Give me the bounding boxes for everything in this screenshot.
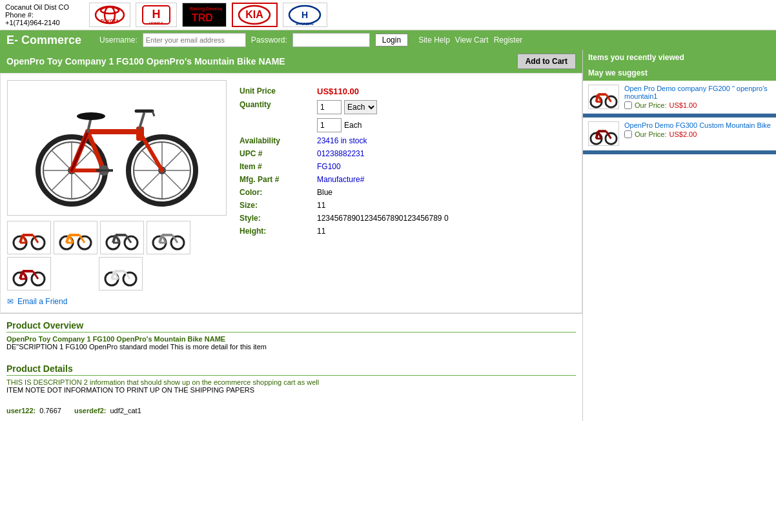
user-field-2: userdef2: udf2_cat1 <box>74 407 141 414</box>
overview-heading: Product Overview <box>6 320 576 332</box>
product-details-right: Unit Price US$110.00 Quantity Each Box C… <box>233 80 575 306</box>
suggestion-checkbox-2[interactable] <box>624 130 632 138</box>
style-label: Style: <box>240 214 317 223</box>
svg-point-37 <box>77 112 105 120</box>
suggestion-checkbox-1[interactable] <box>624 101 632 109</box>
thumbnail-6[interactable] <box>99 257 143 291</box>
kia-logo: KIA <box>232 3 278 27</box>
password-input[interactable] <box>292 33 370 47</box>
honda-logo: H HONDA <box>136 3 177 27</box>
thumbnail-2[interactable] <box>54 221 97 254</box>
availability-value: 23416 in stock <box>317 136 367 145</box>
svg-rect-43 <box>96 169 101 172</box>
quantity-unit-select[interactable]: Each Box Case <box>344 100 377 114</box>
mfg-row: Mfg. Part # Manufacture# <box>240 175 575 184</box>
height-label: Height: <box>240 227 317 236</box>
thumbnail-4[interactable] <box>147 221 190 254</box>
suggestion-price-label-1: Our Price: <box>635 101 667 109</box>
site-help-link[interactable]: Site Help <box>418 36 450 45</box>
main-content: OpenPro Toy Company 1 FG100 OpenPro's Mo… <box>0 50 776 421</box>
style-row: Style: 12345678901234567890123456789 0 <box>240 214 575 223</box>
email-friend-link[interactable]: ✉ Email a Friend <box>7 297 227 306</box>
availability-label: Availability <box>240 136 317 145</box>
thumbnail-3[interactable] <box>100 221 144 254</box>
toyota-logo: TOYOTA <box>89 3 130 27</box>
overview-title: OpenPro Toy Company 1 FG100 OpenPro's Mo… <box>6 335 576 343</box>
company-info: Cocanut Oil Dist CO Phone #: +1(714)964-… <box>5 3 89 26</box>
username-input[interactable] <box>143 33 246 47</box>
may-suggest-header: May we suggest <box>583 65 776 81</box>
upc-value: 01238882231 <box>317 149 364 158</box>
header: Cocanut Oil Dist CO Phone #: +1(714)964-… <box>0 0 776 30</box>
unit-price-row: Unit Price US$110.00 <box>240 87 575 96</box>
company-name: Cocanut Oil Dist CO <box>5 3 89 11</box>
view-cart-link[interactable]: View Cart <box>455 36 489 45</box>
height-value: 11 <box>317 227 325 236</box>
sidebar: Items you recently viewed May we suggest… <box>582 50 776 421</box>
svg-text:KIA: KIA <box>245 9 263 20</box>
user-value-1: 0.7667 <box>39 407 61 414</box>
nav-links: Site Help View Cart Register <box>418 36 522 45</box>
style-value: 12345678901234567890123456789 0 <box>317 214 449 223</box>
user-data-area: user122: 0.7667 userdef2: udf2_cat1 <box>0 400 582 421</box>
mfg-value: Manufacture# <box>317 175 364 184</box>
size-label: Size: <box>240 201 317 210</box>
svg-point-88 <box>606 96 617 107</box>
svg-text:Racing Development: Racing Development <box>190 6 222 12</box>
height-row: Height: 11 <box>240 227 575 236</box>
svg-rect-44 <box>108 169 113 172</box>
svg-point-2 <box>101 7 119 14</box>
quantity-row: Quantity Each Box Case <box>240 100 575 114</box>
user-field-1: user122: 0.7667 <box>6 407 61 414</box>
suggestion-info-2: OpenPro Demo FG300 Custom Mountain Bike … <box>624 121 771 138</box>
suggestion-item-1: Open Pro Demo company FG200 " openpro's … <box>583 81 776 114</box>
svg-text:H: H <box>301 10 308 20</box>
login-button[interactable]: Login <box>375 34 408 46</box>
details-heading: Product Details <box>6 363 576 376</box>
user-label-1: user122: <box>6 407 36 414</box>
suggestion-price-2: US$2.00 <box>669 130 697 138</box>
overview-desc: DE"SCRIPTION 1 FG100 OpenPro standard mo… <box>6 343 576 351</box>
logos-area: TOYOTA H HONDA Racing Development TRD KI… <box>89 3 771 27</box>
details-text: THIS IS DESCRIPTION 2 information that s… <box>6 378 576 386</box>
details-note: ITEM NOTE DOT INFORMATION TO PRINT UP ON… <box>6 386 576 394</box>
quantity-label: Quantity <box>240 100 317 109</box>
email-icon: ✉ <box>7 297 14 306</box>
quantity-row2: Each <box>240 118 575 132</box>
register-link[interactable]: Register <box>494 36 523 45</box>
size-row: Size: 11 <box>240 201 575 210</box>
suggestion-title-1[interactable]: Open Pro Demo company FG200 " openpro's … <box>624 85 771 100</box>
product-area: OpenPro Toy Company 1 FG100 OpenPro's Mo… <box>0 50 582 421</box>
suggestion-price-label-2: Our Price: <box>635 130 667 138</box>
product-overview-section: Product Overview OpenPro Toy Company 1 F… <box>0 313 582 357</box>
svg-text:TRD: TRD <box>192 12 213 23</box>
thumbnail-5[interactable] <box>7 257 51 291</box>
password-label: Password: <box>251 36 287 45</box>
color-value: Blue <box>317 188 332 197</box>
trd-logo: Racing Development TRD <box>182 3 227 27</box>
user-label-2: userdef2: <box>74 407 107 414</box>
size-value: 11 <box>317 201 325 210</box>
quantity-controls: Each Box Case <box>317 100 377 114</box>
suggestion-title-2[interactable]: OpenPro Demo FG300 Custom Mountain Bike <box>624 121 771 129</box>
user-value-2: udf2_cat1 <box>110 407 141 414</box>
navbar: E- Commerce Username: Password: Login Si… <box>0 30 776 50</box>
suggestion-price-row-1: Our Price: US$1.00 <box>624 101 771 109</box>
quantity-input[interactable] <box>317 100 342 114</box>
upc-row: UPC # 01238882231 <box>240 149 575 158</box>
suggestion-price-row-2: Our Price: US$2.00 <box>624 130 771 138</box>
add-to-cart-button[interactable]: Add to Cart <box>517 54 576 69</box>
suggestion-price-1: US$1.00 <box>669 101 697 109</box>
quantity-input2[interactable] <box>317 118 342 132</box>
thumbnail-1[interactable] <box>7 221 51 254</box>
company-phone-label: Phone #: <box>5 11 89 19</box>
mfg-label: Mfg. Part # <box>240 175 317 184</box>
image-area: ✉ Email a Friend <box>7 80 227 306</box>
recently-viewed-header: Items you recently viewed <box>583 50 776 65</box>
sidebar-divider-2 <box>583 150 776 154</box>
product-content: ✉ Email a Friend Unit Price US$110.00 Qu… <box>0 73 582 313</box>
svg-text:H: H <box>152 8 161 21</box>
product-details-section: Product Details THIS IS DESCRIPTION 2 in… <box>0 357 582 400</box>
company-phone: +1(714)964-2140 <box>5 19 89 26</box>
unit-price-value: US$110.00 <box>317 87 359 96</box>
